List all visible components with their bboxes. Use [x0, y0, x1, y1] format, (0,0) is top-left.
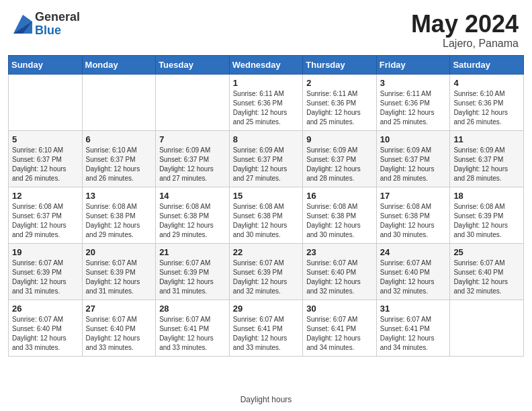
day-info: Sunrise: 6:08 AMSunset: 6:38 PMDaylight:…	[306, 202, 373, 240]
day-info: Sunrise: 6:10 AMSunset: 6:36 PMDaylight:…	[453, 89, 520, 127]
calendar-cell: 7Sunrise: 6:09 AMSunset: 6:37 PMDaylight…	[156, 130, 230, 187]
header-friday: Friday	[376, 55, 450, 74]
day-info: Sunrise: 6:09 AMSunset: 6:37 PMDaylight:…	[233, 146, 300, 183]
calendar-cell: 6Sunrise: 6:10 AMSunset: 6:37 PMDaylight…	[82, 130, 156, 187]
day-info: Sunrise: 6:07 AMSunset: 6:39 PMDaylight:…	[86, 259, 152, 296]
calendar-week-1: 1Sunrise: 6:11 AMSunset: 6:36 PMDaylight…	[9, 74, 524, 130]
weekday-header-row: Sunday Monday Tuesday Wednesday Thursday…	[9, 55, 524, 74]
header-saturday: Saturday	[450, 55, 524, 74]
day-info: Sunrise: 6:07 AMSunset: 6:41 PMDaylight:…	[233, 315, 300, 353]
day-info: Sunrise: 6:07 AMSunset: 6:40 PMDaylight:…	[380, 259, 447, 296]
calendar-cell	[450, 300, 524, 356]
day-number: 19	[12, 247, 79, 257]
calendar-week-2: 5Sunrise: 6:10 AMSunset: 6:37 PMDaylight…	[9, 130, 524, 187]
day-info: Sunrise: 6:10 AMSunset: 6:37 PMDaylight:…	[12, 146, 79, 183]
logo-text: General Blue	[35, 11, 80, 38]
day-number: 13	[86, 191, 152, 201]
calendar-week-5: 26Sunrise: 6:07 AMSunset: 6:40 PMDayligh…	[9, 300, 524, 356]
day-number: 23	[306, 247, 373, 257]
calendar-cell: 21Sunrise: 6:07 AMSunset: 6:39 PMDayligh…	[156, 243, 230, 300]
day-info: Sunrise: 6:07 AMSunset: 6:40 PMDaylight:…	[306, 259, 373, 296]
day-number: 27	[86, 304, 152, 314]
day-info: Sunrise: 6:07 AMSunset: 6:40 PMDaylight:…	[12, 315, 79, 353]
calendar-cell	[156, 74, 230, 130]
calendar-cell: 5Sunrise: 6:10 AMSunset: 6:37 PMDaylight…	[9, 130, 83, 187]
page: General Blue May 2024 Lajero, Panama Sun…	[0, 0, 532, 411]
day-info: Sunrise: 6:08 AMSunset: 6:37 PMDaylight:…	[12, 202, 79, 240]
header-thursday: Thursday	[303, 55, 377, 74]
calendar-cell: 12Sunrise: 6:08 AMSunset: 6:37 PMDayligh…	[9, 187, 83, 243]
day-info: Sunrise: 6:11 AMSunset: 6:36 PMDaylight:…	[306, 89, 373, 127]
calendar-cell	[82, 74, 156, 130]
calendar-cell: 17Sunrise: 6:08 AMSunset: 6:38 PMDayligh…	[376, 187, 450, 243]
day-number: 1	[233, 78, 300, 88]
calendar-cell: 23Sunrise: 6:07 AMSunset: 6:40 PMDayligh…	[303, 243, 377, 300]
calendar-cell: 24Sunrise: 6:07 AMSunset: 6:40 PMDayligh…	[376, 243, 450, 300]
day-info: Sunrise: 6:09 AMSunset: 6:37 PMDaylight:…	[380, 146, 447, 183]
calendar-cell: 31Sunrise: 6:07 AMSunset: 6:41 PMDayligh…	[376, 300, 450, 356]
calendar-location: Lajero, Panama	[411, 38, 519, 50]
day-number: 11	[453, 134, 520, 144]
day-info: Sunrise: 6:08 AMSunset: 6:39 PMDaylight:…	[453, 202, 520, 240]
day-info: Sunrise: 6:07 AMSunset: 6:39 PMDaylight:…	[159, 259, 226, 296]
day-number: 18	[453, 191, 520, 201]
header-sunday: Sunday	[9, 55, 83, 74]
calendar-cell: 29Sunrise: 6:07 AMSunset: 6:41 PMDayligh…	[229, 300, 303, 356]
calendar-cell: 26Sunrise: 6:07 AMSunset: 6:40 PMDayligh…	[9, 300, 83, 356]
day-number: 28	[159, 304, 226, 314]
day-number: 29	[233, 304, 300, 314]
day-info: Sunrise: 6:08 AMSunset: 6:38 PMDaylight:…	[380, 202, 447, 240]
header: General Blue May 2024 Lajero, Panama	[0, 0, 532, 55]
calendar-cell: 15Sunrise: 6:08 AMSunset: 6:38 PMDayligh…	[229, 187, 303, 243]
day-info: Sunrise: 6:07 AMSunset: 6:41 PMDaylight:…	[380, 315, 447, 353]
calendar-cell: 2Sunrise: 6:11 AMSunset: 6:36 PMDaylight…	[303, 74, 377, 130]
header-monday: Monday	[82, 55, 156, 74]
day-number: 2	[306, 78, 373, 88]
day-number: 6	[86, 134, 152, 144]
logo-icon	[13, 15, 32, 34]
day-info: Sunrise: 6:08 AMSunset: 6:38 PMDaylight:…	[86, 202, 152, 240]
header-wednesday: Wednesday	[229, 55, 303, 74]
calendar-cell: 20Sunrise: 6:07 AMSunset: 6:39 PMDayligh…	[82, 243, 156, 300]
day-number: 22	[233, 247, 300, 257]
footer-label: Daylight hours	[240, 395, 292, 404]
calendar-cell: 3Sunrise: 6:11 AMSunset: 6:36 PMDaylight…	[376, 74, 450, 130]
day-info: Sunrise: 6:09 AMSunset: 6:37 PMDaylight:…	[453, 146, 520, 183]
day-info: Sunrise: 6:08 AMSunset: 6:38 PMDaylight:…	[159, 202, 226, 240]
day-number: 20	[86, 247, 152, 257]
day-info: Sunrise: 6:07 AMSunset: 6:41 PMDaylight:…	[159, 315, 226, 353]
calendar-cell: 1Sunrise: 6:11 AMSunset: 6:36 PMDaylight…	[229, 74, 303, 130]
calendar-cell: 16Sunrise: 6:08 AMSunset: 6:38 PMDayligh…	[303, 187, 377, 243]
day-number: 31	[380, 304, 447, 314]
logo-blue-text: Blue	[35, 24, 80, 38]
footer: Daylight hours	[0, 391, 532, 411]
day-info: Sunrise: 6:07 AMSunset: 6:40 PMDaylight:…	[453, 259, 520, 296]
day-info: Sunrise: 6:07 AMSunset: 6:39 PMDaylight:…	[233, 259, 300, 296]
day-number: 5	[12, 134, 79, 144]
logo-general-text: General	[35, 11, 80, 24]
calendar-cell: 10Sunrise: 6:09 AMSunset: 6:37 PMDayligh…	[376, 130, 450, 187]
day-number: 7	[159, 134, 226, 144]
day-number: 12	[12, 191, 79, 201]
title-block: May 2024 Lajero, Panama	[411, 11, 519, 50]
calendar-cell: 27Sunrise: 6:07 AMSunset: 6:40 PMDayligh…	[82, 300, 156, 356]
calendar-cell: 28Sunrise: 6:07 AMSunset: 6:41 PMDayligh…	[156, 300, 230, 356]
day-info: Sunrise: 6:09 AMSunset: 6:37 PMDaylight:…	[306, 146, 373, 183]
calendar-cell: 13Sunrise: 6:08 AMSunset: 6:38 PMDayligh…	[82, 187, 156, 243]
calendar-cell: 18Sunrise: 6:08 AMSunset: 6:39 PMDayligh…	[450, 187, 524, 243]
day-number: 10	[380, 134, 447, 144]
calendar-cell: 30Sunrise: 6:07 AMSunset: 6:41 PMDayligh…	[303, 300, 377, 356]
day-number: 17	[380, 191, 447, 201]
calendar: Sunday Monday Tuesday Wednesday Thursday…	[0, 55, 532, 391]
calendar-header: Sunday Monday Tuesday Wednesday Thursday…	[9, 55, 524, 74]
day-info: Sunrise: 6:10 AMSunset: 6:37 PMDaylight:…	[86, 146, 152, 183]
day-number: 9	[306, 134, 373, 144]
calendar-cell: 19Sunrise: 6:07 AMSunset: 6:39 PMDayligh…	[9, 243, 83, 300]
calendar-cell: 25Sunrise: 6:07 AMSunset: 6:40 PMDayligh…	[450, 243, 524, 300]
calendar-cell: 14Sunrise: 6:08 AMSunset: 6:38 PMDayligh…	[156, 187, 230, 243]
day-info: Sunrise: 6:11 AMSunset: 6:36 PMDaylight:…	[380, 89, 447, 127]
day-info: Sunrise: 6:07 AMSunset: 6:41 PMDaylight:…	[306, 315, 373, 353]
calendar-week-3: 12Sunrise: 6:08 AMSunset: 6:37 PMDayligh…	[9, 187, 524, 243]
day-number: 3	[380, 78, 447, 88]
logo: General Blue	[13, 11, 80, 38]
